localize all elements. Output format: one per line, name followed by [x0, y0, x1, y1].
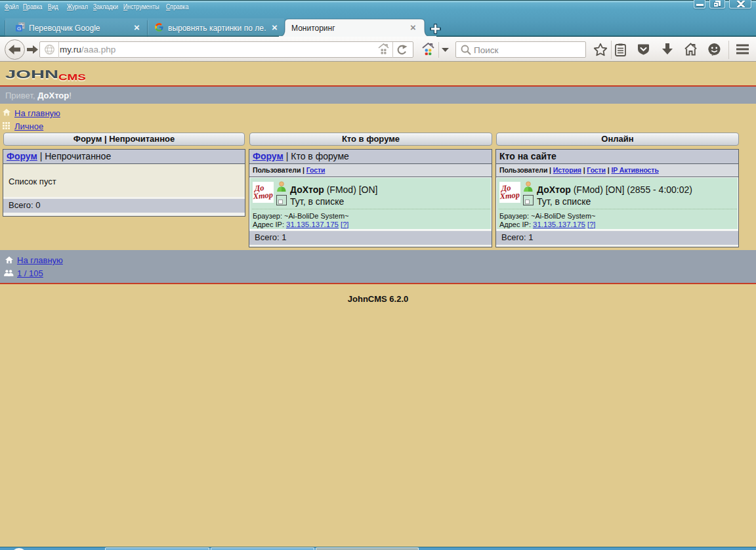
svg-text:G: G [17, 26, 21, 32]
